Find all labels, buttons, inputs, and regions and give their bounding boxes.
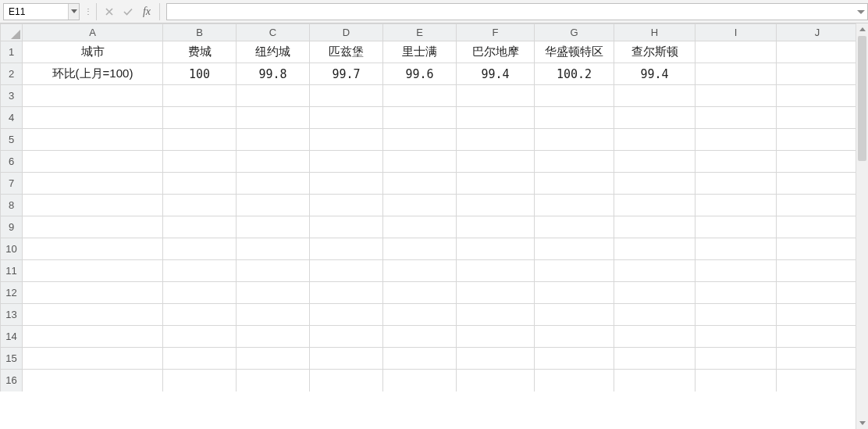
vertical-scrollbar[interactable]: [856, 23, 868, 429]
cell-B11[interactable]: [163, 260, 237, 282]
cell-F8[interactable]: [457, 195, 535, 216]
cell-F16[interactable]: [457, 370, 535, 391]
cell-B14[interactable]: [163, 326, 237, 348]
cell-D5[interactable]: [310, 129, 383, 151]
name-box[interactable]: [4, 4, 68, 20]
cell-J3[interactable]: [777, 85, 859, 107]
column-header-E[interactable]: E: [383, 24, 457, 41]
cancel-button[interactable]: [100, 3, 119, 20]
cell-E11[interactable]: [383, 260, 457, 282]
cell-C15[interactable]: [237, 348, 310, 370]
cell-B5[interactable]: [163, 129, 237, 151]
cell-D6[interactable]: [310, 151, 383, 173]
cell-G2[interactable]: 100.2: [535, 63, 614, 85]
cell-D14[interactable]: [310, 326, 383, 348]
cell-G3[interactable]: [535, 85, 614, 107]
cell-E4[interactable]: [383, 107, 457, 129]
cell-D8[interactable]: [310, 195, 383, 216]
cell-J14[interactable]: [777, 326, 859, 348]
cell-F12[interactable]: [457, 282, 535, 304]
cell-A6[interactable]: [23, 151, 163, 173]
row-header-9[interactable]: 9: [1, 216, 23, 238]
cell-I5[interactable]: [695, 129, 777, 151]
cell-I12[interactable]: [695, 282, 777, 304]
cell-E1[interactable]: 里士满: [383, 41, 457, 63]
cell-H16[interactable]: [614, 370, 695, 391]
cell-G4[interactable]: [535, 107, 614, 129]
row-header-13[interactable]: 13: [1, 304, 23, 326]
cell-I3[interactable]: [695, 85, 777, 107]
cell-A7[interactable]: [23, 173, 163, 195]
cell-E8[interactable]: [383, 195, 457, 216]
cell-D2[interactable]: 99.7: [310, 63, 383, 85]
cell-J9[interactable]: [777, 216, 859, 238]
cell-B9[interactable]: [163, 216, 237, 238]
cell-H4[interactable]: [614, 107, 695, 129]
cell-J10[interactable]: [777, 238, 859, 260]
cell-E7[interactable]: [383, 173, 457, 195]
cell-H13[interactable]: [614, 304, 695, 326]
cell-B2[interactable]: 100: [163, 63, 237, 85]
cell-A10[interactable]: [23, 238, 163, 260]
cell-J11[interactable]: [777, 260, 859, 282]
cell-D15[interactable]: [310, 348, 383, 370]
cell-D16[interactable]: [310, 370, 383, 391]
cell-G13[interactable]: [535, 304, 614, 326]
cell-B13[interactable]: [163, 304, 237, 326]
cell-F5[interactable]: [457, 129, 535, 151]
cell-E3[interactable]: [383, 85, 457, 107]
select-all-corner[interactable]: [1, 24, 23, 41]
cell-B1[interactable]: 费城: [163, 41, 237, 63]
cell-I16[interactable]: [695, 370, 777, 391]
cell-A11[interactable]: [23, 260, 163, 282]
cell-F14[interactable]: [457, 326, 535, 348]
cell-I13[interactable]: [695, 304, 777, 326]
cell-E2[interactable]: 99.6: [383, 63, 457, 85]
cell-G9[interactable]: [535, 216, 614, 238]
cell-J7[interactable]: [777, 173, 859, 195]
cell-H3[interactable]: [614, 85, 695, 107]
insert-function-button[interactable]: fx: [137, 3, 156, 20]
row-header-11[interactable]: 11: [1, 260, 23, 282]
cell-H11[interactable]: [614, 260, 695, 282]
row-header-8[interactable]: 8: [1, 195, 23, 216]
cell-J8[interactable]: [777, 195, 859, 216]
cell-B15[interactable]: [163, 348, 237, 370]
cell-A12[interactable]: [23, 282, 163, 304]
cell-F2[interactable]: 99.4: [457, 63, 535, 85]
cell-C1[interactable]: 纽约城: [237, 41, 310, 63]
enter-button[interactable]: [119, 3, 137, 20]
cell-G15[interactable]: [535, 348, 614, 370]
cell-H15[interactable]: [614, 348, 695, 370]
cell-I8[interactable]: [695, 195, 777, 216]
cell-C5[interactable]: [237, 129, 310, 151]
cell-I2[interactable]: [695, 63, 777, 85]
cell-C7[interactable]: [237, 173, 310, 195]
cell-B16[interactable]: [163, 370, 237, 391]
cell-H2[interactable]: 99.4: [614, 63, 695, 85]
cell-F1[interactable]: 巴尔地摩: [457, 41, 535, 63]
column-header-I[interactable]: I: [695, 24, 777, 41]
row-header-5[interactable]: 5: [1, 129, 23, 151]
cell-I15[interactable]: [695, 348, 777, 370]
cell-G12[interactable]: [535, 282, 614, 304]
cell-F4[interactable]: [457, 107, 535, 129]
column-header-D[interactable]: D: [310, 24, 383, 41]
row-header-1[interactable]: 1: [1, 41, 23, 63]
cell-H14[interactable]: [614, 326, 695, 348]
cell-C12[interactable]: [237, 282, 310, 304]
cell-A16[interactable]: [23, 370, 163, 391]
cell-A5[interactable]: [23, 129, 163, 151]
cell-B12[interactable]: [163, 282, 237, 304]
cell-C4[interactable]: [237, 107, 310, 129]
cell-H9[interactable]: [614, 216, 695, 238]
cell-F3[interactable]: [457, 85, 535, 107]
cell-D4[interactable]: [310, 107, 383, 129]
column-header-B[interactable]: B: [163, 24, 237, 41]
cell-B8[interactable]: [163, 195, 237, 216]
cell-F9[interactable]: [457, 216, 535, 238]
cell-B6[interactable]: [163, 151, 237, 173]
cell-D10[interactable]: [310, 238, 383, 260]
cell-G10[interactable]: [535, 238, 614, 260]
cell-G16[interactable]: [535, 370, 614, 391]
